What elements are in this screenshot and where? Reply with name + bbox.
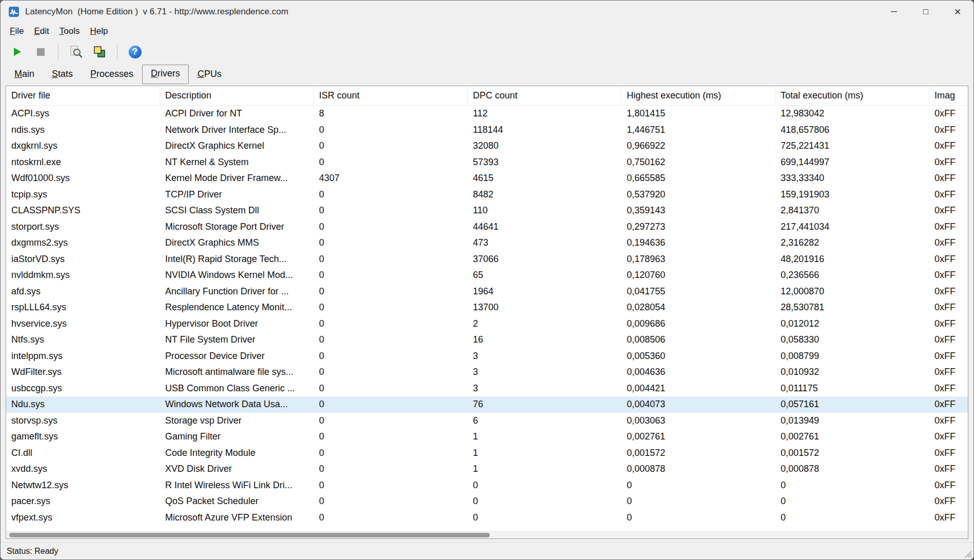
table-cell[interactable]: 12,983042 <box>776 108 929 119</box>
table-cell[interactable]: 0 <box>314 302 468 313</box>
table-cell[interactable]: 0 <box>314 237 468 248</box>
table-cell[interactable]: SCSI Class System Dll <box>160 205 314 216</box>
table-cell[interactable]: 0xFF <box>929 205 968 216</box>
table-cell[interactable]: 0,010932 <box>776 367 929 377</box>
table-cell[interactable]: vfpext.sys <box>6 512 160 523</box>
start-monitor-button[interactable] <box>7 43 27 61</box>
table-cell[interactable]: CLASSPNP.SYS <box>6 205 160 216</box>
table-cell[interactable]: 0 <box>314 222 468 232</box>
resize-grip[interactable] <box>965 551 972 558</box>
close-button[interactable]: ✕ <box>942 1 973 23</box>
table-cell[interactable]: 0,297273 <box>622 222 776 232</box>
table-row[interactable]: tcpip.sys TCP/IP Driver 0 8482 0,537920 … <box>6 187 968 203</box>
column-header-image[interactable]: Imag <box>929 86 968 105</box>
column-header-total-execution[interactable]: Total execution (ms) <box>776 86 929 105</box>
table-cell[interactable]: 0xFF <box>929 399 968 410</box>
table-cell[interactable]: 0,359143 <box>622 205 776 216</box>
table-cell[interactable]: iaStorVD.sys <box>6 254 160 265</box>
menu-edit[interactable]: Edit <box>29 25 54 38</box>
table-cell[interactable]: 418,657806 <box>776 125 929 135</box>
table-cell[interactable]: usbccgp.sys <box>6 383 160 394</box>
table-cell[interactable]: intelppm.sys <box>6 351 160 362</box>
table-cell[interactable]: 0xFF <box>929 141 968 151</box>
table-cell[interactable]: 333,33340 <box>776 173 929 184</box>
table-cell[interactable]: 0 <box>314 189 468 200</box>
table-cell[interactable]: 1 <box>468 431 622 442</box>
menu-file[interactable]: File <box>5 25 29 38</box>
menu-help[interactable]: Help <box>85 25 113 38</box>
table-cell[interactable]: Netwtw12.sys <box>6 480 160 491</box>
table-row[interactable]: ACPI.sys ACPI Driver for NT 8 112 1,8014… <box>6 106 968 122</box>
table-cell[interactable]: 0 <box>314 399 468 410</box>
table-cell[interactable]: 0 <box>776 512 929 523</box>
table-cell[interactable]: 0,120760 <box>622 270 776 281</box>
table-cell[interactable]: Microsoft antimalware file sys... <box>160 367 314 377</box>
table-cell[interactable]: 0,665585 <box>622 173 776 184</box>
table-row[interactable]: intelppm.sys Processor Device Driver 0 3… <box>6 348 968 365</box>
table-cell[interactable]: 0 <box>314 480 468 491</box>
table-cell[interactable]: 4307 <box>314 173 468 184</box>
table-cell[interactable]: gameflt.sys <box>6 431 160 442</box>
table-cell[interactable]: 0,004636 <box>622 367 776 377</box>
table-cell[interactable]: 0 <box>314 448 468 458</box>
table-cell[interactable]: 0xFF <box>929 108 968 119</box>
table-cell[interactable]: 76 <box>468 399 622 410</box>
table-cell[interactable]: 0 <box>314 270 468 281</box>
table-cell[interactable]: 0,057161 <box>776 399 929 410</box>
table-row[interactable]: hvservice.sys Hypervisor Boot Driver 0 2… <box>6 316 968 332</box>
column-header-driver-file[interactable]: Driver file <box>6 86 160 105</box>
table-row[interactable]: nvlddmkm.sys NVIDIA Windows Kernel Mod..… <box>6 267 968 284</box>
table-row[interactable]: CI.dll Code Integrity Module 0 1 0,00157… <box>6 445 968 462</box>
table-cell[interactable]: 0,537920 <box>622 189 776 200</box>
table-row[interactable]: WdFilter.sys Microsoft antimalware file … <box>6 364 968 381</box>
table-cell[interactable]: 0 <box>622 480 776 491</box>
table-cell[interactable]: xvdd.sys <box>6 464 160 474</box>
table-row[interactable]: dxgmms2.sys DirectX Graphics MMS 0 473 0… <box>6 235 968 251</box>
table-cell[interactable]: 0xFF <box>929 270 968 281</box>
table-cell[interactable]: 0xFF <box>929 334 968 345</box>
table-cell[interactable]: 0xFF <box>929 302 968 313</box>
table-cell[interactable]: Ntfs.sys <box>6 334 160 345</box>
table-cell[interactable]: R Intel Wireless WiFi Link Dri... <box>160 480 314 491</box>
table-row[interactable]: gameflt.sys Gaming Filter 0 1 0,002761 0… <box>6 429 968 445</box>
table-cell[interactable]: 0xFF <box>929 496 968 507</box>
table-cell[interactable]: 0 <box>314 334 468 345</box>
column-header-isr-count[interactable]: ISR count <box>314 86 468 105</box>
table-cell[interactable]: 2 <box>468 318 622 329</box>
table-cell[interactable]: rspLLL64.sys <box>6 302 160 313</box>
table-cell[interactable]: 0xFF <box>929 189 968 200</box>
table-cell[interactable]: 57393 <box>468 157 622 168</box>
table-cell[interactable]: 217,441034 <box>776 222 929 232</box>
table-row[interactable]: Ntfs.sys NT File System Driver 0 16 0,00… <box>6 332 968 348</box>
table-row[interactable]: iaStorVD.sys Intel(R) Rapid Storage Tech… <box>6 251 968 268</box>
table-cell[interactable]: 0,966922 <box>622 141 776 151</box>
table-cell[interactable]: dxgmms2.sys <box>6 237 160 248</box>
table-cell[interactable]: Kernel Mode Driver Framew... <box>160 173 314 184</box>
table-cell[interactable]: afd.sys <box>6 286 160 297</box>
table-cell[interactable]: WdFilter.sys <box>6 367 160 377</box>
column-header-highest-execution[interactable]: Highest execution (ms) <box>622 86 776 105</box>
table-cell[interactable]: 1,801415 <box>622 108 776 119</box>
table-cell[interactable]: 0,004421 <box>622 383 776 394</box>
table-cell[interactable]: NT Kernel & System <box>160 157 314 168</box>
table-cell[interactable]: 12,000870 <box>776 286 929 297</box>
table-cell[interactable]: TCP/IP Driver <box>160 189 314 200</box>
table-cell[interactable]: 0 <box>314 496 468 507</box>
table-row[interactable]: usbccgp.sys USB Common Class Generic ...… <box>6 381 968 397</box>
maximize-button[interactable]: □ <box>910 1 942 23</box>
table-cell[interactable]: 0xFF <box>929 254 968 265</box>
table-row[interactable]: ndis.sys Network Driver Interface Sp... … <box>6 122 968 138</box>
table-cell[interactable]: 0xFF <box>929 222 968 232</box>
table-row[interactable]: rspLLL64.sys Resplendence Latency Monit.… <box>6 299 968 316</box>
table-cell[interactable]: 1964 <box>468 286 622 297</box>
table-cell[interactable]: 0,009686 <box>622 318 776 329</box>
table-cell[interactable]: 0xFF <box>929 157 968 168</box>
analyze-button[interactable] <box>66 43 86 61</box>
table-cell[interactable]: nvlddmkm.sys <box>6 270 160 281</box>
copy-report-button[interactable] <box>89 43 110 61</box>
table-cell[interactable]: 8482 <box>468 189 622 200</box>
table-cell[interactable]: 0,041755 <box>622 286 776 297</box>
table-cell[interactable]: Network Driver Interface Sp... <box>160 125 314 135</box>
stop-monitor-button[interactable] <box>30 43 51 61</box>
table-row[interactable]: dxgkrnl.sys DirectX Graphics Kernel 0 32… <box>6 138 968 154</box>
